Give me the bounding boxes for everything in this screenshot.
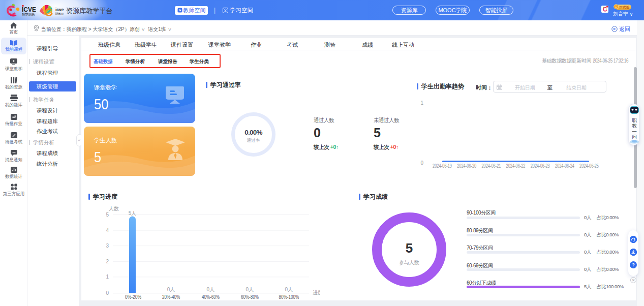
svg-text:职教云: 职教云 (55, 12, 64, 16)
svg-text:0人: 0人 (167, 287, 175, 292)
svg-text:2024-06-23: 2024-06-23 (531, 163, 550, 169)
svg-text:0人: 0人 (207, 287, 215, 292)
svg-text:智慧职教: 智慧职教 (22, 13, 36, 17)
svg-text:2024-06-21: 2024-06-21 (481, 163, 501, 169)
svg-text:3: 3 (106, 243, 109, 249)
svg-text:icve: icve (55, 7, 64, 12)
svg-text:60%-80%: 60%-80% (241, 294, 259, 300)
svg-text:2024-06-19: 2024-06-19 (433, 163, 452, 169)
svg-text:2024-06-24: 2024-06-24 (555, 163, 574, 169)
svg-text:4: 4 (106, 228, 109, 233)
svg-text:2024-06-20: 2024-06-20 (457, 163, 476, 169)
svg-text:40%-60%: 40%-60% (202, 294, 220, 300)
svg-text:1: 1 (106, 274, 109, 280)
svg-text:进度: 进度 (313, 290, 320, 295)
svg-text:0: 0 (106, 290, 109, 296)
svg-text:ICVE: ICVE (22, 6, 36, 13)
svg-text:0%-20%: 0%-20% (125, 294, 141, 300)
svg-text:0人: 0人 (246, 287, 254, 292)
svg-text:5人: 5人 (129, 211, 137, 216)
svg-text:20%-40%: 20%-40% (162, 294, 180, 300)
svg-text:0人: 0人 (285, 287, 293, 292)
svg-text:5: 5 (106, 212, 109, 218)
svg-text:80%-100%: 80%-100% (279, 294, 299, 300)
svg-text:2024-06-22: 2024-06-22 (506, 163, 526, 169)
svg-text:2024-06-25: 2024-06-25 (579, 163, 599, 169)
svg-text:2: 2 (106, 259, 109, 264)
